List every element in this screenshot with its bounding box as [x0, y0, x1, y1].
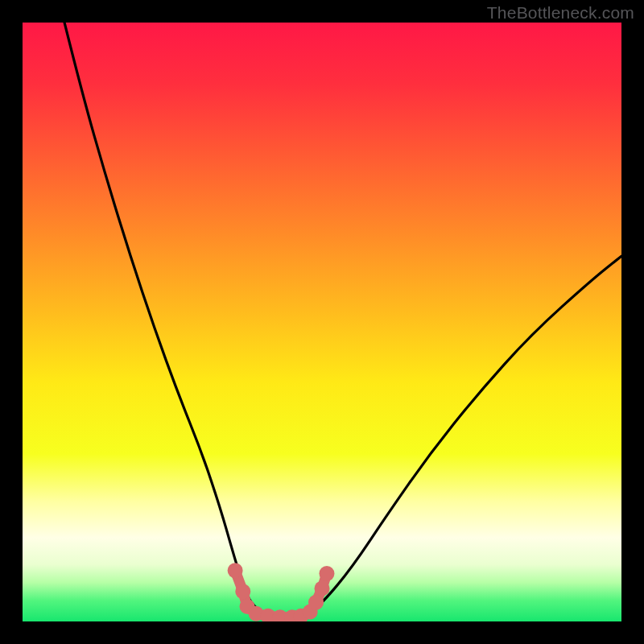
curve-layer: [23, 23, 621, 621]
marker-dot: [235, 584, 250, 599]
marker-dot: [308, 595, 324, 610]
marker-dot: [228, 563, 243, 578]
curve-markers: [228, 563, 335, 621]
chart-frame: TheBottleneck.com: [0, 0, 644, 644]
plot-area: [23, 23, 621, 621]
marker-dot: [319, 566, 334, 581]
marker-dot: [315, 581, 330, 597]
watermark-text: TheBottleneck.com: [487, 3, 634, 23]
bottleneck-curve: [64, 23, 621, 618]
